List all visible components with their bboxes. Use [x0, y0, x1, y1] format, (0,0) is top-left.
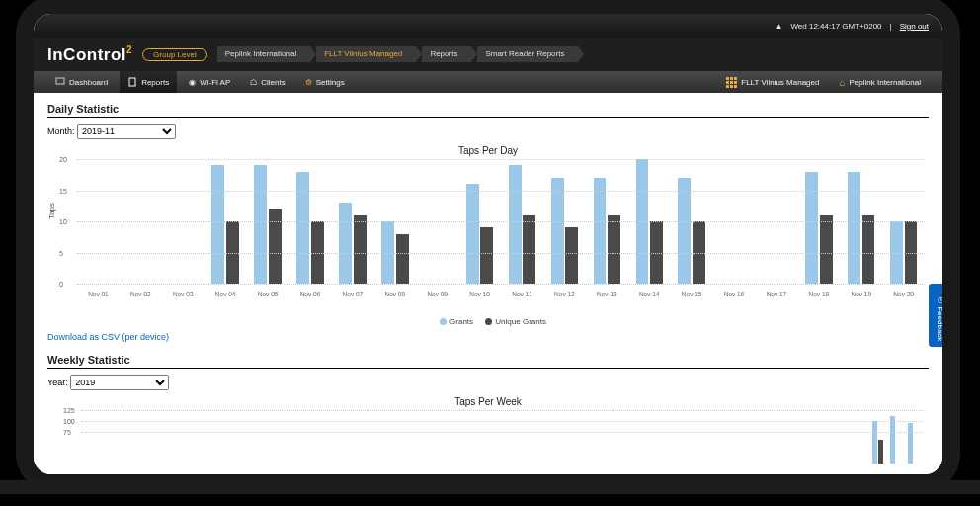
month-select[interactable]: 2019-11 [77, 124, 176, 139]
weekly-chart-title: Taps Per Week [47, 396, 929, 407]
bar-unique[interactable] [820, 215, 833, 284]
svg-rect-0 [56, 78, 64, 84]
crumb-smart[interactable]: Smart Reader Reports [477, 46, 578, 62]
wifi-icon: ◉ [189, 78, 196, 87]
year-picker: Year: 2019 [47, 375, 929, 390]
grid-icon [726, 77, 737, 88]
month-picker: Month: 2019-11 [47, 124, 929, 139]
signout-link[interactable]: Sign out [900, 22, 929, 31]
year-select[interactable]: 2019 [70, 375, 169, 390]
bar-grants[interactable] [805, 172, 818, 284]
content: ◷ Feedback Daily Statistic Month: 2019-1… [34, 93, 942, 474]
laptop-frame: ▲ Wed 12:44:17 GMT+0200 | Sign out InCon… [24, 4, 952, 484]
monitor-icon [55, 77, 65, 87]
svg-rect-1 [129, 78, 135, 86]
weekly-title: Weekly Statistic [47, 354, 929, 369]
bar-unique[interactable] [480, 227, 493, 284]
download-csv-link[interactable]: Download as CSV (per device) [47, 332, 169, 342]
bar-unique[interactable] [269, 209, 282, 284]
screen: ▲ Wed 12:44:17 GMT+0200 | Sign out InCon… [34, 14, 942, 474]
clock-text: Wed 12:44:17 GMT+0200 [790, 22, 881, 31]
bar-grants[interactable] [466, 184, 479, 284]
daily-chart-title: Taps Per Day [47, 145, 929, 156]
bar-grants[interactable] [339, 203, 352, 284]
report-icon [127, 77, 137, 87]
bar-unique[interactable] [565, 227, 578, 284]
nav-dashboard[interactable]: Dashboard [47, 71, 116, 93]
legend-dot-grants [440, 318, 447, 325]
nav-right-org[interactable]: ⌂Peplink International [831, 71, 929, 93]
crumb-reports[interactable]: Reports [422, 46, 471, 62]
bar-grants[interactable] [254, 165, 267, 284]
weekly-chart: Taps Per Week 75100125 [47, 396, 929, 465]
daily-ylabel: Taps [47, 203, 56, 219]
legend-dot-unique [485, 318, 492, 325]
brandbar: InControl2 Group Level Peplink Internati… [34, 38, 942, 71]
feedback-tab[interactable]: ◷ Feedback [929, 284, 942, 347]
gear-icon: ⚙ [305, 78, 312, 87]
daily-legend: Grants Unique Grants [47, 317, 929, 326]
bar-grants[interactable] [551, 178, 564, 284]
bar-grants[interactable] [594, 178, 607, 284]
bar-grants[interactable] [211, 165, 224, 284]
bar-unique[interactable] [354, 215, 367, 284]
crumb-group[interactable]: FLLT Vilnius Managed [316, 46, 416, 62]
bar-grants[interactable] [296, 172, 309, 284]
nav-settings[interactable]: ⚙Settings [297, 71, 353, 93]
bar-unique[interactable] [396, 234, 409, 284]
bar-unique[interactable] [523, 215, 535, 284]
nav-clients[interactable]: ☖Clients [242, 71, 292, 93]
org-icon: ⌂ [839, 77, 845, 88]
breadcrumb: Peplink International FLLT Vilnius Manag… [217, 46, 585, 62]
bell-icon[interactable]: ▲ [776, 22, 783, 31]
bar-unique[interactable] [862, 215, 875, 284]
brand-logo: InControl2 [47, 44, 132, 65]
bar-unique[interactable] [608, 215, 620, 284]
nav-wifi[interactable]: ◉Wi-Fi AP [181, 71, 238, 93]
nav-right-group[interactable]: FLLT Vilnius Managed [718, 71, 827, 93]
crumb-peplink[interactable]: Peplink International [217, 46, 311, 62]
bar-grants[interactable] [509, 165, 522, 284]
person-icon: ☖ [250, 78, 257, 87]
daily-chart: Taps Per Day Taps Nov 01Nov 02Nov 03Nov … [47, 145, 929, 313]
group-level-pill[interactable]: Group Level [142, 48, 207, 61]
navbar: Dashboard Reports ◉Wi-Fi AP ☖Clients ⚙Se… [34, 71, 942, 93]
daily-title: Daily Statistic [47, 103, 929, 118]
bar-grants[interactable] [848, 172, 860, 284]
nav-reports[interactable]: Reports [120, 71, 177, 93]
bar-grants[interactable] [678, 178, 691, 284]
topbar: ▲ Wed 12:44:17 GMT+0200 | Sign out [34, 14, 942, 38]
